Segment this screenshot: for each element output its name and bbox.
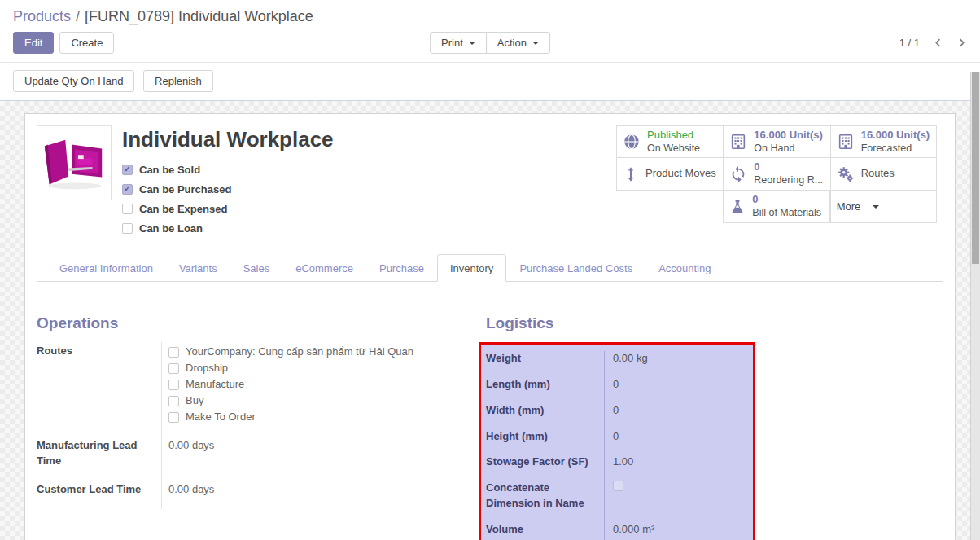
building-icon (729, 133, 747, 151)
title-block: Individual Workplace ✓ Can be Sold ✓ Can… (122, 125, 616, 242)
flag-label: Can be Sold (139, 164, 200, 176)
stat-empty-cell (616, 191, 723, 223)
route-label: Buy (186, 393, 203, 409)
flag-can-be-purchased: ✓ Can be Purchased (122, 183, 616, 195)
can-be-purchased-checkbox[interactable]: ✓ (122, 184, 133, 195)
pager: 1 / 1 (899, 37, 967, 49)
print-dropdown-button[interactable]: Print (430, 32, 487, 54)
volume-label: Volume (481, 522, 604, 540)
customer-lead-time-value: 0.00 days (161, 481, 479, 509)
route-option: ✓ Make To Order (168, 409, 479, 425)
create-button[interactable]: Create (59, 32, 114, 54)
button-row: Edit Create Print Action 1 / 1 (0, 30, 980, 62)
pager-next-icon[interactable] (956, 37, 967, 48)
tab-label: Inventory (450, 262, 493, 274)
globe-icon (623, 133, 641, 151)
stat-routes[interactable]: Routes (830, 158, 937, 191)
route-checkbox[interactable]: ✓ (168, 380, 179, 390)
notebook-tabs: General Information Variants Sales eComm… (37, 253, 943, 282)
route-checkbox[interactable]: ✓ (168, 363, 179, 374)
concatenate-dimension-value: ✓ (604, 481, 753, 522)
breadcrumb-current: [FURN_0789] Individual Workplace (85, 8, 313, 24)
check-icon: ✓ (124, 185, 130, 193)
route-option: ✓ Manufacture (168, 376, 479, 393)
replenish-button[interactable]: Replenish (143, 70, 213, 92)
vertical-scrollbar[interactable] (970, 72, 980, 540)
customer-lead-time-label: Customer Lead Time (37, 481, 161, 509)
stat-forecasted[interactable]: 16.000 Unit(s)Forecasted (830, 125, 937, 158)
action-label: Action (497, 37, 527, 49)
flask-icon (729, 199, 746, 215)
tab-purchase-landed-costs[interactable]: Purchase Landed Costs (506, 254, 645, 282)
stat-value: 0 (752, 193, 758, 205)
product-image[interactable] (37, 125, 112, 200)
can-be-loan-checkbox[interactable]: ✓ (122, 223, 133, 234)
routes-field-value: ✓ YourCompany: Cung cấp sản phẩm từ Hải … (161, 342, 479, 437)
tab-label: Sales (243, 262, 270, 274)
edit-button[interactable]: Edit (13, 32, 54, 54)
breadcrumb-products-link[interactable]: Products (13, 8, 71, 24)
width-value: 0 (604, 403, 753, 429)
stat-reordering-rules[interactable]: 0Reordering R... (723, 158, 829, 191)
scrollbar-thumb[interactable] (972, 72, 979, 264)
route-checkbox[interactable]: ✓ (168, 412, 179, 423)
tab-inventory[interactable]: Inventory (437, 254, 506, 282)
stat-value: 16.000 Unit(s) (861, 129, 930, 141)
tab-label: eCommerce (295, 262, 353, 274)
caret-down-icon (469, 42, 475, 48)
tab-sales[interactable]: Sales (230, 254, 283, 282)
stat-label: On Hand (754, 143, 794, 154)
height-value: 0 (604, 429, 753, 455)
route-option: ✓ YourCompany: Cung cấp sản phẩm từ Hải … (168, 344, 479, 360)
route-option: ✓ Dropship (168, 360, 479, 376)
stat-more-dropdown[interactable]: More (830, 191, 937, 223)
height-label: Height (mm) (481, 429, 604, 455)
stat-label: On Website (647, 143, 700, 154)
flag-label: Can be Loan (139, 222, 203, 235)
stat-label: Product Moves (645, 167, 716, 179)
route-checkbox[interactable]: ✓ (168, 396, 179, 406)
gears-icon (837, 165, 855, 183)
stat-bill-of-materials[interactable]: 0Bill of Materials (723, 191, 829, 223)
flag-label: Can be Purchased (139, 183, 231, 195)
stat-label: Forecasted (861, 143, 912, 154)
concatenate-dimension-label: Concatenate Dimension in Name (481, 481, 604, 522)
odoo-product-form: Products/[FURN_0789] Individual Workplac… (0, 0, 980, 540)
tab-accounting[interactable]: Accounting (645, 254, 724, 282)
can-be-sold-checkbox[interactable]: ✓ (122, 165, 133, 175)
print-label: Print (441, 37, 463, 49)
object-buttons-row: Update Qty On Hand Replenish (0, 63, 980, 101)
breadcrumb-separator: / (71, 8, 85, 24)
stat-on-hand[interactable]: 16.000 Unit(s)On Hand (723, 125, 829, 158)
stat-on-website[interactable]: PublishedOn Website (616, 125, 723, 158)
stat-product-moves[interactable]: Product Moves (616, 158, 723, 191)
arrows-vertical-icon (623, 166, 639, 182)
stat-button-grid: PublishedOn Website 16.000 Unit(s)On Han… (616, 125, 937, 223)
operations-heading: Operations (37, 314, 479, 332)
form-sheet: Individual Workplace ✓ Can be Sold ✓ Can… (24, 113, 956, 540)
breadcrumb: Products/[FURN_0789] Individual Workplac… (0, 0, 980, 30)
tab-general-information[interactable]: General Information (46, 254, 166, 282)
flag-can-be-sold: ✓ Can be Sold (122, 164, 616, 175)
concatenate-dimension-checkbox[interactable]: ✓ (613, 481, 623, 491)
length-label: Length (mm) (481, 377, 604, 403)
stat-label: Bill of Materials (752, 207, 821, 218)
form-header: Individual Workplace ✓ Can be Sold ✓ Can… (37, 125, 943, 242)
flag-label: Can be Expensed (139, 203, 227, 215)
tab-purchase[interactable]: Purchase (366, 254, 437, 282)
pager-previous-icon[interactable] (933, 37, 943, 48)
can-be-expensed-checkbox[interactable]: ✓ (122, 204, 133, 214)
update-qty-on-hand-button[interactable]: Update Qty On Hand (13, 70, 134, 92)
action-dropdown-button[interactable]: Action (486, 32, 550, 54)
tab-variants[interactable]: Variants (166, 254, 230, 282)
route-label: Dropship (186, 361, 228, 376)
route-label: YourCompany: Cung cấp sản phẩm từ Hải Qu… (186, 345, 413, 360)
stat-label: Reordering R... (754, 174, 823, 186)
tab-label: Variants (179, 262, 217, 274)
tab-label: General Information (59, 262, 153, 274)
stowage-factor-value: 1.00 (604, 454, 753, 481)
route-checkbox[interactable]: ✓ (168, 347, 179, 358)
print-action-group: Print Action (430, 32, 550, 54)
stat-value: Published (647, 129, 693, 141)
tab-ecommerce[interactable]: eCommerce (282, 254, 366, 282)
